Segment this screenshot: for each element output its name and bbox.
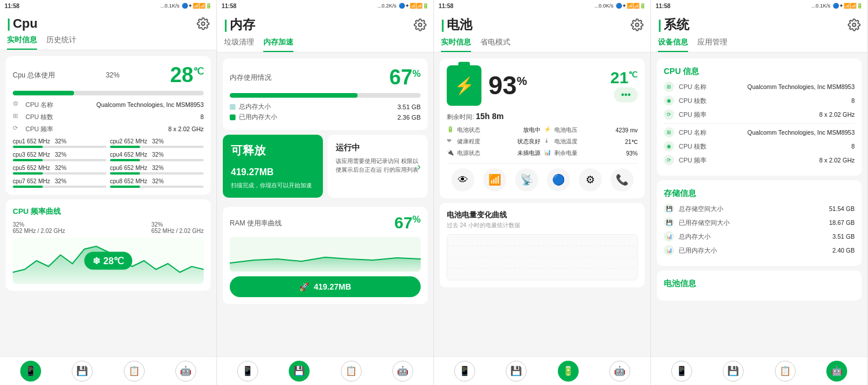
sys-cpu-freq-row-2: ⟳ CPU 频率 8 x 2.02 GHz [664, 155, 855, 165]
battery-pct: 93% [488, 71, 527, 100]
remaining-time: 剩余时间: 15h 8m [447, 112, 638, 121]
cpu-panel: 11:58 ...0.1K/s 🔵✦📶📶🔋 |Cpu 实时信息 历史统计 Cpu… [0, 0, 217, 385]
cpu-cores-value: 8 [200, 113, 204, 120]
nav-cpu-save[interactable]: 💾 [72, 361, 93, 382]
batt-status-row: 🔋 电池状态 放电中 [447, 126, 540, 134]
nav-sys-bot[interactable]: 🤖 [826, 361, 847, 382]
header-batt: |电池 实时信息 省电模式 [434, 12, 650, 53]
cpu-content: Cpu 总体使用 32% 28℃ ⚙ CPU 名称 Qualcomm Techn… [0, 50, 216, 356]
sys-cpu-icon-6: ⟳ [664, 155, 674, 165]
nav-sys-home[interactable]: 📱 [671, 361, 692, 382]
tab-sys-apps[interactable]: 应用管理 [697, 37, 727, 52]
nav-cpu-list[interactable]: 📋 [124, 361, 145, 382]
nav-mem-bot[interactable]: 🤖 [392, 361, 413, 382]
batt-voltage-row: ⚡ 电池电压 4239 mv [544, 126, 638, 134]
batt-chart-sub: 过去 24 小时的电量统计数据 [447, 221, 638, 229]
release-mb: 419.27MB [231, 161, 315, 179]
nav-batt-home[interactable]: 📱 [454, 361, 475, 382]
cpu-usage-card: Cpu 总体使用 32% 28℃ ⚙ CPU 名称 Qualcomm Techn… [6, 56, 211, 195]
battery-icon: ⚡ [447, 65, 481, 106]
batt-remain-icon: 📊 [544, 149, 552, 157]
svg-point-7 [852, 23, 856, 27]
batt-info-title: 电池信息 [664, 277, 855, 289]
freq-chart-area: ❄ 28℃ [13, 238, 204, 284]
sys-cpu-card: CPU 信息 ⊞ CPU 名称 Qualcomm Technologies, I… [657, 58, 862, 176]
storage-title: 存储信息 [664, 187, 855, 199]
boost-button[interactable]: 🚀 419.27MB [230, 276, 421, 297]
batt-voltage-icon: ⚡ [544, 126, 552, 134]
storage-mem-total-row: 📊 总内存大小 3.51 GB [664, 231, 855, 242]
nav-batt-save[interactable]: 💾 [506, 361, 527, 382]
tabs-batt: 实时信息 省电模式 [441, 37, 643, 52]
sys-cpu-icon-1: ⊞ [664, 82, 674, 92]
nav-cpu-bot[interactable]: 🤖 [175, 361, 196, 382]
batt-ctrl-signal[interactable]: 📡 [515, 168, 538, 191]
release-card: 可释放 419.27MB 扫描完成，你现在可以开始加速 [223, 135, 323, 198]
svg-point-0 [201, 22, 205, 25]
batt-chart-title: 电池电量变化曲线 [447, 210, 638, 220]
tab-cpu-history[interactable]: 历史统计 [46, 35, 76, 50]
status-time-batt: 11:58 [439, 3, 454, 9]
batt-ctrl-phone[interactable]: 📞 [610, 168, 634, 191]
cpu-progress-bg [13, 91, 204, 95]
cpu-temp-display: 28℃ [170, 63, 204, 87]
settings-icon-batt[interactable] [631, 18, 643, 31]
settings-icon-cpu[interactable] [197, 17, 209, 30]
cpu-cores-label: CPU 核数 [25, 113, 57, 121]
freq-chart-title: CPU 频率曲线 [13, 206, 204, 217]
nav-mem-list[interactable]: 📋 [341, 361, 362, 382]
batt-health-icon: ❤ [447, 138, 455, 146]
bottom-nav-batt: 📱 💾 🔋 🤖 [434, 356, 650, 385]
sys-cpu-cores-row-1: ◉ CPU 核数 8 [664, 95, 855, 106]
storage-icon-1: 💾 [664, 203, 674, 214]
nav-sys-list[interactable]: 📋 [775, 361, 796, 382]
release-desc: 扫描完成，你现在可以开始加速 [231, 182, 315, 190]
cpu-core-2: cpu2 652 MHz 32% [110, 138, 204, 148]
tab-batt-saver[interactable]: 省电模式 [480, 37, 510, 52]
running-title: 运行中 [336, 143, 420, 153]
bottom-nav-cpu: 📱 💾 📋 🤖 [0, 356, 216, 385]
nav-cpu-home[interactable]: 📱 [20, 361, 41, 382]
tab-mem-boost[interactable]: 内存加速 [263, 37, 293, 52]
sys-cpu-icon-5: ◉ [664, 141, 674, 151]
settings-icon-mem[interactable] [414, 18, 426, 31]
storage-used-row: 💾 已用存储空间大小 18.67 GB [664, 217, 855, 228]
mem-content: 内存使用情况 67% 总内存大小 3.51 GB 已用内存大小 2.36 GB [217, 53, 433, 356]
storage-card: 存储信息 💾 总存储空间大小 51.54 GB 💾 已用存储空间大小 18.67… [657, 180, 862, 266]
batt-chart-card: 电池电量变化曲线 过去 24 小时的电量统计数据 [440, 203, 645, 287]
batt-ctrl-eye[interactable]: 👁 [451, 168, 475, 191]
tab-mem-clean[interactable]: 垃圾清理 [224, 37, 254, 52]
tab-cpu-realtime[interactable]: 实时信息 [7, 35, 37, 50]
batt-ctrl-bt[interactable]: 🔵 [547, 168, 570, 191]
more-button[interactable]: ••• [614, 87, 638, 102]
header-sys: |系统 设备信息 应用管理 [651, 12, 867, 53]
nav-mem-home[interactable]: 📱 [237, 361, 258, 382]
tab-sys-device[interactable]: 设备信息 [658, 37, 688, 52]
nav-batt-batt[interactable]: 🔋 [558, 361, 579, 382]
storage-icon-4: 📊 [664, 245, 674, 256]
battery-main-card: ⚡ 93% 21℃ ••• 剩余时间: 15h 8m [440, 58, 645, 198]
running-desc: 该应用需要使用记录访问 权限以便展示后台正在运 行的应用列表 [336, 157, 420, 174]
sys-cpu-name-row-1: ⊞ CPU 名称 Qualcomm Technologies, Inc MSM8… [664, 82, 855, 92]
batt-status-icon: 🔋 [447, 126, 455, 134]
settings-icon-sys[interactable] [848, 18, 860, 31]
batt-ctrl-settings[interactable]: ⚙ [579, 168, 602, 191]
tab-batt-realtime[interactable]: 实时信息 [441, 37, 471, 52]
status-signal-batt: ...0.0K/s 🔵✦📶📶🔋 [594, 3, 646, 9]
mem-used-row: 已用内存大小 2.36 GB [230, 113, 421, 121]
nav-batt-bot[interactable]: 🤖 [609, 361, 630, 382]
freq-stats: 32% 652 MHz / 2.02 GHz 32% 652 MHz / 2.0… [13, 221, 204, 234]
battery-panel: 11:58 ...0.0K/s 🔵✦📶📶🔋 |电池 实时信息 省电模式 ⚡ [434, 0, 651, 385]
cpu-cores-grid: cpu1 652 MHz 32% cpu2 652 MHz 32% cpu3 6… [13, 138, 204, 188]
nav-mem-save[interactable]: 💾 [289, 361, 310, 382]
freq-left-pct: 32% [13, 221, 65, 228]
sys-batt-card: 电池信息 [657, 271, 862, 301]
batt-ctrl-wifi[interactable]: 📶 [483, 168, 506, 191]
divider-1 [664, 123, 855, 124]
tabs-mem: 垃圾清理 内存加速 [224, 37, 426, 52]
nav-sys-save[interactable]: 💾 [723, 361, 744, 382]
system-panel: 11:58 ...0.1K/s 🔵✦📶📶🔋 |系统 设备信息 应用管理 CPU … [651, 0, 868, 385]
status-time-cpu: 11:58 [5, 3, 20, 9]
batt-power-row: 🔌 电源状态 未插电源 [447, 149, 540, 157]
running-arrow-icon[interactable]: › [417, 160, 421, 172]
